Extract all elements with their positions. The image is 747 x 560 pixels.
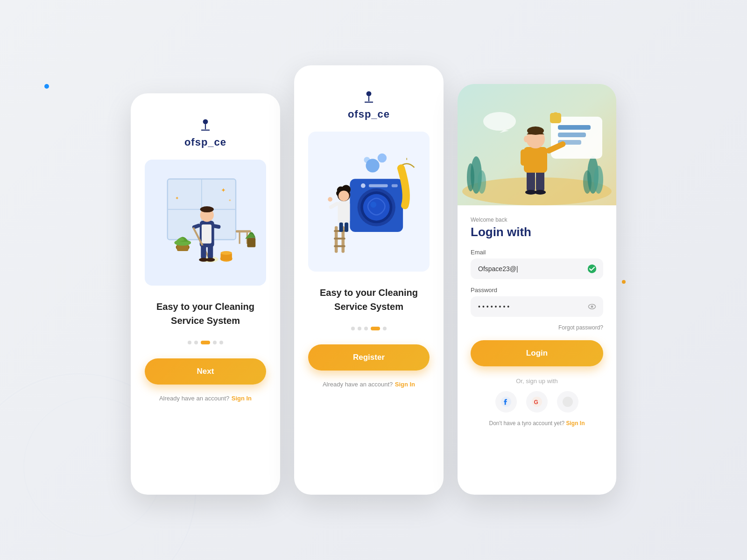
svg-point-65 xyxy=(467,163,474,191)
password-input[interactable] xyxy=(471,296,603,317)
svg-rect-17 xyxy=(202,224,211,244)
svg-point-54 xyxy=(328,197,332,202)
dot-3-active xyxy=(201,341,210,344)
dot2-3 xyxy=(364,327,368,330)
login-form-body: Welcome back Login with Email Password xyxy=(458,205,616,495)
signin-link-1[interactable]: Sign In xyxy=(232,395,252,402)
password-label: Password xyxy=(471,287,603,294)
signin-text-2: Already have an account? xyxy=(323,381,393,388)
svg-point-69 xyxy=(583,170,592,194)
svg-rect-76 xyxy=(527,170,535,191)
svg-rect-59 xyxy=(334,245,345,247)
signin-prompt-1: Already have an account? Sign In xyxy=(159,394,252,402)
deco-dot-orange-1 xyxy=(622,280,626,284)
svg-rect-61 xyxy=(345,223,348,232)
svg-rect-60 xyxy=(339,223,343,232)
illustration-laundry xyxy=(308,132,430,272)
svg-point-52 xyxy=(338,190,349,201)
or-divider: Or, sign up with xyxy=(471,378,603,385)
svg-rect-80 xyxy=(524,147,547,173)
hero-title-1: Easy to your Cleaning Service System xyxy=(145,300,266,328)
email-valid-icon xyxy=(587,264,597,273)
svg-rect-71 xyxy=(558,125,591,130)
login-title: Login with xyxy=(471,225,603,239)
svg-point-82 xyxy=(527,126,544,135)
svg-point-39 xyxy=(370,202,376,208)
svg-point-79 xyxy=(535,190,546,195)
password-eye-icon[interactable] xyxy=(587,302,597,311)
svg-text:G: G xyxy=(534,399,538,406)
signin-link-2[interactable]: Sign In xyxy=(395,381,415,388)
svg-rect-84 xyxy=(521,149,526,166)
svg-rect-77 xyxy=(536,170,544,191)
deco-dot-blue xyxy=(44,84,49,89)
dot2-2 xyxy=(358,327,361,330)
svg-point-68 xyxy=(594,166,603,194)
login-button[interactable]: Login xyxy=(471,340,603,366)
svg-rect-28 xyxy=(247,238,255,247)
email-label: Email xyxy=(471,249,603,256)
hero-title-2: Easy to your Cleaning Service System xyxy=(308,286,430,314)
svg-point-32 xyxy=(366,91,372,96)
logo-text-1: ofsp_ce xyxy=(184,136,226,148)
logo-area-2: ofsp_ce xyxy=(348,89,390,120)
email-input-wrap xyxy=(471,259,603,279)
svg-rect-47 xyxy=(338,201,350,224)
svg-point-86 xyxy=(483,112,516,131)
dot-4 xyxy=(213,341,217,344)
logo-area-1: ofsp_ce xyxy=(184,117,226,148)
svg-point-27 xyxy=(206,258,215,262)
logo-icon-2 xyxy=(360,89,377,105)
svg-text:✦: ✦ xyxy=(221,187,226,194)
illustration-cleaning: ✦ ✦ ✦ xyxy=(145,160,266,286)
phone-2-onboarding: ofsp_ce xyxy=(294,65,444,495)
svg-rect-94 xyxy=(563,397,573,407)
next-button[interactable]: Next xyxy=(145,358,266,385)
signin-text-1: Already have an account? xyxy=(159,395,229,402)
svg-rect-72 xyxy=(558,133,586,137)
google-login-button[interactable]: G xyxy=(526,391,548,413)
svg-point-66 xyxy=(478,170,486,194)
svg-rect-11 xyxy=(239,232,240,244)
signup-link[interactable]: Sign In xyxy=(566,420,585,427)
dot-2 xyxy=(194,341,198,344)
phone-3-login: Welcome back Login with Email Password xyxy=(458,84,616,495)
svg-rect-58 xyxy=(334,238,345,239)
welcome-back-label: Welcome back xyxy=(471,217,603,223)
register-button[interactable]: Register xyxy=(308,344,430,371)
svg-point-90 xyxy=(591,306,593,308)
dot2-1 xyxy=(351,327,355,330)
svg-rect-41 xyxy=(369,184,388,188)
svg-text:✦: ✦ xyxy=(228,198,232,203)
svg-point-19 xyxy=(200,206,214,212)
svg-rect-24 xyxy=(201,245,206,259)
svg-point-31 xyxy=(221,251,232,255)
svg-point-46 xyxy=(364,157,370,163)
svg-point-88 xyxy=(588,265,596,273)
svg-rect-25 xyxy=(208,245,213,259)
email-input[interactable] xyxy=(471,259,603,279)
dots-indicator-2 xyxy=(351,327,387,330)
apple-login-button[interactable] xyxy=(557,391,578,413)
signin-prompt-2: Already have an account? Sign In xyxy=(323,380,415,388)
login-illustration xyxy=(458,84,616,205)
no-account-text: Don't have a tyro account yet? Sign In xyxy=(471,420,603,427)
svg-text:✦: ✦ xyxy=(175,196,179,201)
svg-point-40 xyxy=(361,183,366,188)
phone-1-onboarding: ofsp_ce ✦ ✦ ✦ xyxy=(131,93,280,495)
social-icons-area: G xyxy=(471,391,603,413)
svg-rect-10 xyxy=(236,230,251,232)
logo-icon-1 xyxy=(197,117,214,133)
dot-5 xyxy=(219,341,223,344)
dots-indicator-1 xyxy=(188,341,223,344)
forgot-password[interactable]: Forgot password? xyxy=(471,324,603,331)
svg-point-0 xyxy=(203,119,208,124)
svg-rect-42 xyxy=(392,184,398,188)
logo-text-2: ofsp_ce xyxy=(348,108,390,120)
phones-container: ofsp_ce ✦ ✦ ✦ xyxy=(131,65,616,495)
facebook-login-button[interactable] xyxy=(495,391,517,413)
password-input-wrap xyxy=(471,296,603,317)
svg-point-85 xyxy=(524,136,529,142)
dot-1 xyxy=(188,341,191,344)
dot2-4-active xyxy=(371,327,380,330)
